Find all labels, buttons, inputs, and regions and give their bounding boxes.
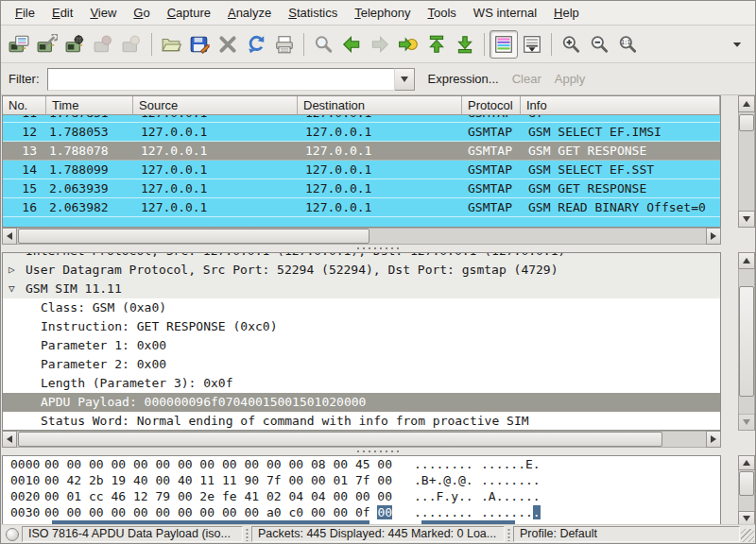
detail-row-apdu-payload-selected[interactable]: APDU Payload: 000000096f0704001500150102…	[3, 393, 720, 412]
hex-row[interactable]: 0030 00 00 00 00 00 00 00 00 00 00 a0 c0…	[3, 504, 720, 520]
save-button[interactable]	[185, 30, 214, 59]
packet-row[interactable]: 14 1.788099 127.0.0.1 127.0.0.1 GSMTAP G…	[3, 161, 720, 179]
column-header-destination[interactable]: Destination	[298, 96, 462, 115]
colorize-toggle[interactable]	[490, 30, 518, 59]
menu-help[interactable]: Help	[545, 2, 588, 24]
find-icon	[313, 34, 334, 55]
menu-telephony[interactable]: Telephony	[346, 2, 419, 24]
filter-dropdown-button[interactable]	[395, 68, 415, 91]
detail-row-udp[interactable]: ▷ User Datagram Protocol, Src Port: 5229…	[3, 261, 720, 280]
packet-row-selected[interactable]: 13 1.788078 127.0.0.1 127.0.0.1 GSMTAP G…	[3, 142, 720, 161]
open-button[interactable]	[157, 30, 185, 59]
apply-button: Apply	[555, 72, 586, 86]
print-icon	[274, 34, 295, 55]
vscroll-thumb[interactable]	[739, 286, 754, 397]
scroll-right-button[interactable]	[706, 431, 721, 448]
status-profile[interactable]: Profile: Default	[513, 526, 740, 542]
column-header-protocol[interactable]: Protocol	[462, 96, 521, 115]
scroll-down-button[interactable]	[738, 414, 755, 431]
packet-row[interactable]: 16 2.063982 127.0.0.1 127.0.0.1 GSMTAP G…	[3, 198, 720, 217]
detail-vscrollbar[interactable]	[738, 252, 755, 431]
toolbar-overflow-button[interactable]	[723, 30, 751, 59]
close-button[interactable]	[214, 30, 242, 59]
scroll-up-button[interactable]	[738, 252, 755, 269]
scroll-left-button[interactable]	[2, 431, 17, 448]
scroll-right-button[interactable]	[706, 228, 721, 245]
menu-tools[interactable]: Tools	[420, 2, 465, 24]
tree-collapsed-icon[interactable]: ▷	[9, 261, 22, 280]
selected-ascii-char[interactable]: .	[533, 505, 541, 519]
column-header-info[interactable]: Info	[521, 96, 720, 115]
vscroll-thumb[interactable]	[739, 471, 754, 496]
pane-splitter[interactable]	[1, 448, 755, 455]
interfaces-icon	[9, 34, 29, 55]
reload-button[interactable]	[242, 30, 270, 59]
menu-go[interactable]: Go	[125, 2, 158, 24]
scroll-up-button[interactable]	[738, 455, 755, 470]
filter-input[interactable]	[47, 68, 395, 91]
go-to-top-button[interactable]	[422, 30, 451, 59]
vscroll-thumb[interactable]	[739, 114, 754, 131]
menu-capture[interactable]: Capture	[159, 2, 219, 24]
zoom-out-button[interactable]	[585, 30, 613, 59]
window-resize-grip[interactable]	[741, 529, 754, 542]
zoom-in-button[interactable]	[557, 30, 585, 59]
print-button[interactable]	[270, 30, 299, 59]
detail-row-parameter1[interactable]: Parameter 1: 0x00	[3, 336, 720, 355]
go-to-bottom-button[interactable]	[451, 30, 479, 59]
hex-dump-pane: 0000 00 00 00 00 00 00 00 00 00 00 00 00…	[1, 455, 755, 526]
detail-row-parameter2[interactable]: Parameter 2: 0x00	[3, 355, 720, 374]
column-header-time[interactable]: Time	[46, 96, 133, 115]
scroll-left-button[interactable]	[2, 228, 17, 245]
capture-restart-button	[118, 30, 146, 59]
filter-label: Filter:	[9, 72, 40, 86]
hex-row[interactable]: 0000 00 00 00 00 00 00 00 00 00 00 00 00…	[3, 456, 720, 472]
auto-scroll-toggle[interactable]	[518, 30, 546, 59]
colorize-icon	[493, 34, 514, 55]
hex-row[interactable]: 0020 00 01 cc 46 12 79 00 2e fe 41 02 04…	[3, 488, 720, 504]
go-to-packet-button[interactable]	[394, 30, 422, 59]
expert-info-icon[interactable]	[6, 528, 19, 541]
capture-options-button[interactable]	[33, 30, 61, 59]
hscroll-thumb[interactable]	[18, 432, 662, 447]
packet-list-hscrollbar[interactable]	[2, 228, 721, 245]
selected-hex-byte[interactable]: 00	[377, 505, 392, 519]
status-field-info: ISO 7816-4 APDU Data Payload (iso...	[22, 526, 243, 542]
detail-row-class[interactable]: Class: GSM (0xa0)	[3, 298, 720, 317]
interfaces-button[interactable]	[5, 30, 33, 59]
zoom-100-button[interactable]: 1:1	[613, 30, 642, 59]
scroll-down-button[interactable]	[738, 211, 755, 228]
capture-start-button[interactable]	[61, 30, 90, 59]
packet-row[interactable]: 12 1.788053 127.0.0.1 127.0.0.1 GSMTAP G…	[3, 123, 720, 142]
menu-ws-internal[interactable]: WS internal	[465, 2, 545, 24]
hex-row[interactable]: 0010 00 42 2b 19 40 00 40 11 11 90 7f 00…	[3, 472, 720, 488]
detail-hscrollbar[interactable]	[2, 431, 721, 448]
menu-edit[interactable]: Edit	[43, 2, 81, 24]
column-header-no[interactable]: No.	[3, 96, 46, 115]
hscroll-thumb[interactable]	[18, 229, 369, 244]
detail-row-length[interactable]: Length (Parameter 3): 0x0f	[3, 374, 720, 393]
hex-vscrollbar[interactable]	[738, 455, 755, 526]
scroll-up-button[interactable]	[738, 95, 755, 112]
menu-file[interactable]: File	[7, 2, 43, 24]
menu-view[interactable]: View	[81, 2, 125, 24]
expression-button[interactable]: Expression...	[428, 72, 499, 86]
go-to-bottom-icon	[455, 34, 475, 55]
find-button[interactable]	[309, 30, 337, 59]
menu-statistics[interactable]: Statistics	[280, 2, 346, 24]
column-header-source[interactable]: Source	[133, 96, 298, 115]
detail-row-instruction[interactable]: Instruction: GET RESPONSE (0xc0)	[3, 317, 720, 336]
packet-list-pane: No. Time Source Destination Protocol Inf…	[1, 95, 755, 245]
detail-row-clipped[interactable]: Internet Protocol, Src: 127.0.0.1 (127.0…	[3, 253, 720, 261]
detail-row-status-word[interactable]: Status Word: Normal ending of command wi…	[3, 412, 720, 431]
tree-expanded-icon[interactable]: ▽	[9, 280, 22, 298]
menu-analyze[interactable]: Analyze	[219, 2, 280, 24]
status-bar: ISO 7816-4 APDU Data Payload (iso... Pac…	[1, 524, 755, 543]
go-back-icon	[341, 34, 362, 55]
packet-list-vscrollbar[interactable]	[738, 95, 755, 228]
packet-row-clipped[interactable]: 11 1.787851 127.0.0.1 127.0.0.1 GSMTAP G…	[3, 115, 720, 123]
pane-splitter[interactable]	[1, 245, 755, 252]
detail-row-gsm-sim[interactable]: ▽ GSM SIM 11.11	[3, 280, 720, 298]
go-back-button[interactable]	[337, 30, 366, 59]
packet-row[interactable]: 15 2.063939 127.0.0.1 127.0.0.1 GSMTAP G…	[3, 179, 720, 198]
